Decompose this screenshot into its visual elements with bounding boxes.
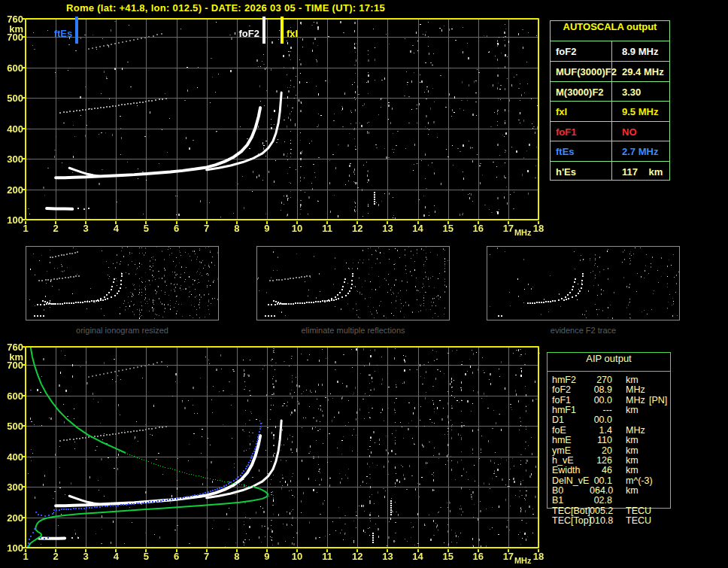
marker-label-fxI: fxI: [287, 28, 318, 39]
aip-row-value: 00.0: [590, 415, 612, 425]
x-tick-label: 11: [317, 223, 338, 234]
aip-row: D100.0: [548, 415, 670, 425]
autoscala-row-label: fxI: [556, 106, 567, 117]
aip-row-label: B0: [552, 486, 563, 496]
x-tick-label: 10: [287, 223, 308, 234]
aip-row-value: 00.1: [590, 476, 612, 486]
y-axis-unit-label: km: [1, 351, 23, 363]
y-tick-label: 600: [1, 62, 23, 74]
x-tick-label: 6: [166, 223, 187, 234]
aip-row-value: 010.8: [590, 516, 612, 526]
x-tick-label: 16: [468, 551, 489, 562]
y-tick-label: 400: [1, 123, 23, 135]
aip-row-unit: km: [626, 486, 639, 496]
autoscala-row-value: 9.5 MHz: [622, 106, 658, 117]
top-ionogram-canvas: [21, 15, 543, 226]
autoscala-row-value: NO: [622, 126, 637, 138]
autoscala-row: foF1NO: [551, 121, 669, 141]
aip-row: foF208.9MHz: [548, 385, 670, 395]
aip-row: B0064.0km: [548, 486, 670, 496]
aip-row-value: 46: [590, 466, 612, 475]
x-tick-label: 10: [287, 551, 308, 562]
autoscala-table-header: AUTOSCALA output: [551, 21, 669, 41]
aip-row-unit: km: [626, 466, 639, 475]
aip-row-label: hmF2: [552, 375, 576, 385]
y-tick-label: 200: [1, 512, 23, 524]
x-tick-label: 5: [135, 551, 156, 562]
aip-row-label: hmE: [552, 436, 572, 445]
autoscala-row: MUF(3000)F229.4 MHz: [551, 61, 669, 80]
marker-label-foF2: foF2: [228, 28, 259, 39]
aip-row-unit: km: [626, 446, 639, 456]
x-tick-label: 12: [347, 551, 368, 562]
y-tick-label: 600: [1, 390, 23, 402]
aip-row-unit: km: [626, 375, 639, 385]
x-tick-label: 15: [438, 223, 459, 234]
aip-row-note: [PN]: [649, 396, 667, 405]
y-tick-label: 300: [1, 153, 23, 165]
aip-row-value: 064.0: [590, 486, 612, 496]
autoscala-row-label: MUF(3000)F2: [556, 66, 617, 77]
aip-table-header: AIP output: [548, 353, 670, 372]
x-axis-unit-label: MHz: [514, 228, 532, 237]
aip-row-value: 1.4: [590, 426, 612, 436]
aip-output-table: AIP output hmF2270kmfoF208.9MHzfoF100.0M…: [547, 352, 671, 509]
thumbnail-f2-canvas: [487, 247, 679, 320]
autoscala-row-label: h'Es: [556, 166, 576, 178]
thumbnail-original-canvas: [26, 247, 218, 320]
aip-row-label: hmF1: [552, 405, 576, 415]
y-tick-label: 400: [1, 451, 23, 463]
aip-row: hmF1---km: [548, 405, 670, 415]
aip-row-label: foF2: [552, 385, 571, 395]
thumbnail-multiple-canvas: [257, 247, 449, 320]
aip-row-unit: km: [626, 436, 639, 445]
aip-row-unit: MHz: [626, 396, 645, 405]
x-tick-label: 9: [256, 223, 278, 234]
autoscala-row-label: foF2: [556, 46, 576, 57]
aip-row-value: 02.8: [590, 496, 612, 506]
bottom-ionogram-canvas: [21, 343, 543, 554]
y-tick-label: 100: [1, 214, 23, 226]
aip-row-value: 005.2: [590, 506, 612, 516]
aip-row-value: 00.0: [590, 396, 612, 405]
x-tick-label: 15: [438, 551, 459, 562]
x-tick-label: 6: [166, 551, 187, 562]
x-tick-label: 7: [196, 551, 217, 562]
aip-row-label: Ewidth: [552, 466, 581, 475]
x-tick-label: 3: [75, 223, 96, 234]
autoscala-row-label: M(3000)F2: [556, 87, 604, 98]
autoscala-row: ftEs2.7 MHz: [551, 141, 669, 160]
marker-label-ftEs: ftEs: [41, 28, 72, 39]
aip-row: TEC[Top]010.8TECU: [548, 516, 670, 526]
aip-row-unit: MHz: [626, 385, 645, 395]
aip-row-unit: km: [626, 405, 639, 415]
aip-row-label: ymE: [552, 446, 571, 456]
x-tick-label: 4: [105, 551, 126, 562]
autoscala-row: fxI9.5 MHz: [551, 101, 669, 120]
thumbnail-original-caption: original ionogram resized: [26, 326, 219, 335]
aip-row-label: h_vE: [552, 456, 574, 466]
autoscala-screen: Rome (lat: +41.8, lon: 012.5) - DATE: 20…: [0, 0, 728, 568]
aip-row-label: TEC[Bot]: [552, 506, 590, 516]
aip-row: h_vE126km: [548, 456, 670, 466]
aip-row: foE1.4MHz: [548, 426, 670, 436]
thumbnail-original-ionogram: [26, 246, 219, 320]
y-tick-label: 500: [1, 93, 23, 104]
aip-row: foF100.0MHz[PN]: [548, 396, 670, 405]
thumbnail-f2-caption: evidence F2 trace: [487, 326, 680, 335]
x-tick-label: 2: [45, 551, 66, 562]
aip-row: TEC[Bot]005.2TECU: [548, 506, 670, 516]
aip-row-label: DelN_vE: [552, 476, 589, 486]
y-tick-label: 200: [1, 184, 23, 196]
x-tick-label: 14: [408, 223, 429, 234]
aip-row-label: TEC[Top]: [552, 516, 591, 526]
aip-row-value: 270: [590, 375, 612, 385]
aip-row-value: ---: [590, 405, 612, 415]
y-tick-label: 100: [1, 542, 23, 554]
aip-row-label: foE: [552, 426, 566, 436]
aip-row-unit: TECU: [626, 516, 651, 526]
aip-row-label: foF1: [552, 396, 571, 405]
x-tick-label: 12: [347, 223, 368, 234]
x-axis-unit-label: MHz: [514, 556, 532, 565]
aip-row: B102.8: [548, 496, 670, 506]
